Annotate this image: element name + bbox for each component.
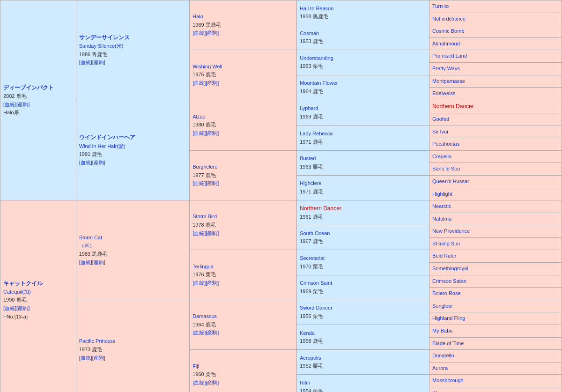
storm-cat-links[interactable]: [血統][産駒] [79, 259, 105, 265]
burghclere-links[interactable]: [血統][産駒] [192, 180, 219, 186]
fiji-cell: Fiji 1960 栗毛 [血統][産駒] [190, 350, 297, 392]
hail-to-reason-name: Hail to Reason [300, 6, 333, 11]
rififi-year: 1954 栗毛 [300, 388, 323, 392]
storm-cat-en: Storm Cat [79, 235, 103, 240]
almahmoud-cell: Almahmoud [429, 37, 562, 50]
mountain-flower-name: Mountain Flower [300, 80, 338, 86]
khanum-cell: Khanum [429, 387, 562, 392]
mossborough-cell: Mossborough [429, 375, 562, 387]
sunday-silence-cell: サンデーサイレンス Sunday Silence(米) 1986 青鹿毛 [血統… [76, 0, 189, 100]
highland-fling-name: Highland Fling [432, 315, 465, 321]
halo-links[interactable]: [血統][産駒] [192, 30, 219, 36]
natalma-name: Natalma [432, 216, 451, 222]
catequil-cell: キャットクイル Catequil(加) 1990 鹿毛 [血統][産駒] FNo… [0, 200, 76, 392]
wind-links[interactable]: [血統][産駒] [79, 160, 105, 165]
montparnasse-cell: Montparnasse [429, 75, 562, 88]
hail-to-reason-cell: Hail to Reason 1958 黒鹿毛 [297, 0, 429, 25]
fiji-links[interactable]: [血統][産駒] [192, 380, 219, 385]
deep-impact-links[interactable]: [血統][産駒] [3, 102, 30, 107]
promised-land-name: Promised Land [432, 53, 467, 59]
catequil-en: Catequil(加) [3, 289, 31, 295]
sunday-silence-jp: サンデーサイレンス [79, 34, 130, 41]
halo-name: Halo [192, 14, 203, 19]
nearctic-name: Nearctic [432, 203, 451, 209]
highclere-cell: Highclere 1971 鹿毛 [297, 175, 429, 200]
mossborough-name: Mossborough [432, 377, 464, 383]
south-ocean-name: South Ocean [300, 230, 330, 236]
crimson-saint-cell: Crimson Saint 1969 栗毛 [297, 275, 429, 300]
donatello-name: Donatello [432, 353, 454, 358]
cosmic-bomb-cell: Cosmic Bomb [429, 25, 562, 38]
deep-impact-extra: Halo系 [3, 110, 19, 115]
busted-name: Busted [300, 155, 316, 161]
storm-cat-en2: （米） [79, 243, 95, 248]
pocahontas-name: Pocahontas [432, 141, 459, 147]
pacific-princess-name: Pacific Princess [79, 338, 116, 344]
catequil-extra: FNo.[13-a] [3, 314, 28, 319]
burghclere-year: 1977 鹿毛 [192, 172, 216, 178]
damascus-links[interactable]: [血統][産駒] [192, 330, 219, 335]
halo-cell: Halo 1969 黒鹿毛 [血統][産駒] [190, 0, 297, 50]
terlingua-name: Terlingua [192, 264, 214, 269]
catequil-links[interactable]: [血統][産駒] [3, 305, 30, 311]
cosmah-name: Cosmah [300, 30, 319, 36]
burghclere-cell: Burghclere 1977 鹿毛 [血統][産駒] [190, 150, 297, 200]
damascus-cell: Damascus 1964 鹿毛 [血統][産駒] [190, 300, 297, 349]
lyphard-name: Lyphard [300, 105, 318, 111]
sir-ivor-cell: Sir Ivor [429, 126, 562, 138]
sunday-silence-links[interactable]: [血統][産駒] [79, 59, 105, 65]
northern-dancer-b-name: Northern Dancer [300, 205, 341, 212]
acropolis-name: Acropolis [300, 355, 321, 361]
damascus-year: 1964 鹿毛 [192, 322, 216, 327]
edelweiss-cell: Edelweiss [429, 88, 562, 100]
lyphard-year: 1969 鹿毛 [300, 114, 323, 119]
somethingroyal-name: Somethingroyal [432, 266, 468, 271]
south-ocean-cell: South Ocean 1967 鹿毛 [297, 225, 429, 250]
deep-impact-year: 2002 鹿毛 [3, 93, 27, 99]
wishing-well-name: Wishing Well [192, 64, 222, 69]
acropolis-year: 1952 栗毛 [300, 363, 323, 369]
my-babu-cell: My Babu [429, 325, 562, 338]
alzao-year: 1980 鹿毛 [192, 122, 216, 127]
catequil-jp: キャットクイル [3, 280, 43, 287]
northern-dancer-cell: Northern Dancer [429, 100, 562, 113]
goofed-cell: Goofed [429, 113, 562, 126]
alzao-links[interactable]: [血統][産駒] [192, 130, 219, 136]
wishing-well-cell: Wishing Well 1975 鹿毛 [血統][産駒] [190, 50, 297, 100]
catequil-year: 1990 鹿毛 [3, 297, 27, 303]
kerala-cell: Kerala 1958 鹿毛 [297, 325, 429, 350]
kerala-name: Kerala [300, 330, 315, 336]
lyphard-cell: Lyphard 1969 鹿毛 [297, 100, 429, 126]
terlingua-year: 1976 栗毛 [192, 272, 216, 277]
donatello-cell: Donatello [429, 350, 562, 362]
pacific-princess-links[interactable]: [血統][産駒] [79, 355, 105, 361]
rififi-cell: Rififi 1954 栗毛 [297, 375, 429, 392]
sunday-silence-year: 1986 青鹿毛 [79, 52, 108, 57]
storm-bird-cell: Storm Bird 1978 鹿毛 [血統][産駒] [190, 200, 297, 250]
pedigree-table: ディープインパクト 2002 鹿毛 [血統][産駒] Halo系 サンデーサイレ… [0, 0, 562, 392]
wishing-well-links[interactable]: [血統][産駒] [192, 80, 219, 86]
terlingua-links[interactable]: [血統][産駒] [192, 280, 219, 286]
wind-year: 1991 鹿毛 [79, 151, 103, 157]
shining-sun-name: Shining Sun [432, 241, 460, 246]
khanum-name: Khanum [432, 390, 451, 392]
terlingua-cell: Terlingua 1976 栗毛 [血統][産駒] [190, 250, 297, 300]
sword-dancer-year: 1956 栗毛 [300, 313, 323, 319]
storm-cat-cell: Storm Cat （米） 1983 黒鹿毛 [血統][産駒] [76, 200, 189, 300]
wind-en: Wind in Her Hair(愛) [79, 143, 126, 149]
highlight-cell: Highlight [429, 188, 562, 200]
cosmah-year: 1953 鹿毛 [300, 38, 323, 44]
damascus-name: Damascus [192, 313, 217, 319]
queens-hussar-name: Queen's Hussar [432, 178, 469, 184]
cosmah-cell: Cosmah 1953 鹿毛 [297, 25, 429, 50]
bold-ruler-cell: Bold Ruler [429, 250, 562, 263]
wishing-well-year: 1975 鹿毛 [192, 72, 216, 77]
edelweiss-name: Edelweiss [432, 90, 456, 96]
storm-bird-links[interactable]: [血統][産駒] [192, 230, 219, 236]
mountain-flower-cell: Mountain Flower 1964 鹿毛 [297, 75, 429, 100]
alzao-cell: Alzao 1980 鹿毛 [血統][産駒] [190, 100, 297, 150]
sans-le-sou-name: Sans le Sou [432, 166, 460, 171]
understanding-year: 1963 栗毛 [300, 63, 323, 69]
crimson-saint-year: 1969 栗毛 [300, 288, 323, 294]
halo-year: 1969 黒鹿毛 [192, 22, 221, 28]
